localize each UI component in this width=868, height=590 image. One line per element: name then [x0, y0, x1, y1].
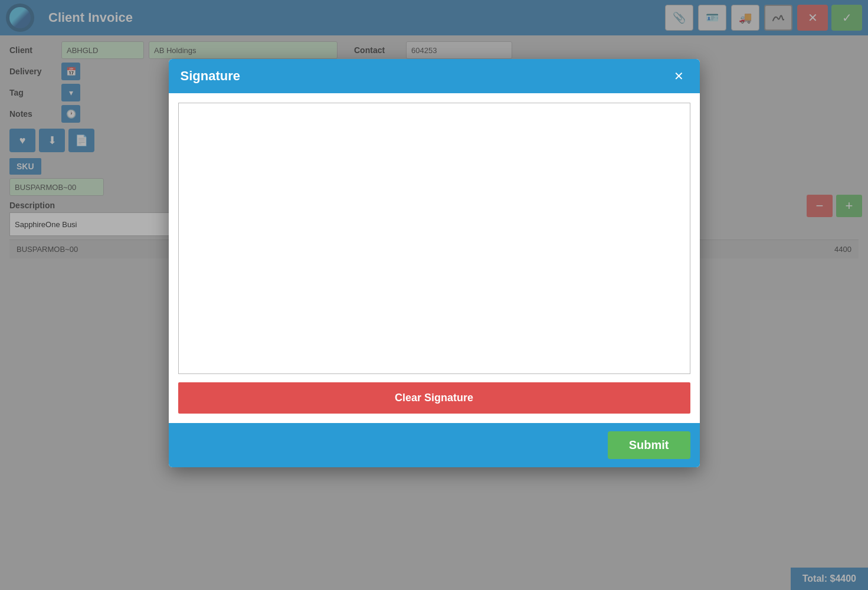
clear-signature-button[interactable]: Clear Signature	[178, 382, 690, 414]
signature-dialog: Signature ✕ Clear Signature Submit	[169, 59, 700, 467]
submit-button[interactable]: Submit	[608, 431, 690, 459]
dialog-footer: Submit	[169, 423, 700, 467]
dialog-body: Clear Signature	[169, 93, 700, 423]
dialog-title: Signature	[181, 68, 240, 84]
signature-canvas[interactable]	[178, 103, 690, 374]
dialog-header: Signature ✕	[169, 59, 700, 93]
dialog-close-button[interactable]: ✕	[670, 67, 688, 85]
